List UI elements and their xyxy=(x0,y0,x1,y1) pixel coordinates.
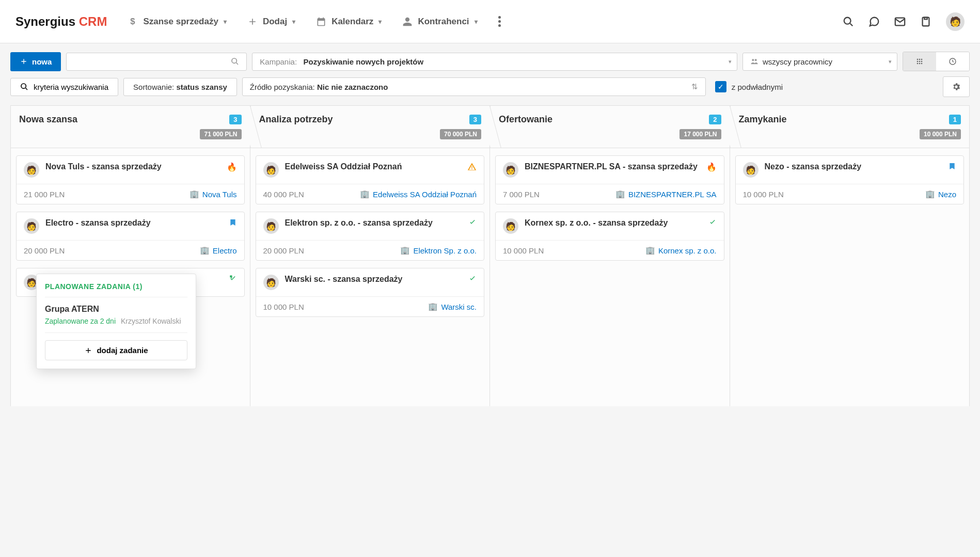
app-header: Synergius CRM $ Szanse sprzedaży ▾ Dodaj… xyxy=(0,0,980,43)
svg-point-12 xyxy=(921,61,923,62)
building-icon: 🏢 xyxy=(645,246,655,255)
nav-more[interactable] xyxy=(498,16,501,27)
column-title: Analiza potrzeby xyxy=(259,114,333,125)
popup-task-owner: Krzysztof Kowalski xyxy=(121,317,181,325)
header-actions: 🧑 xyxy=(843,12,965,31)
new-opportunity-button[interactable]: nowa xyxy=(10,52,61,71)
person-icon xyxy=(402,17,413,27)
svg-point-7 xyxy=(917,59,919,60)
opportunity-card[interactable]: 🧑 Kornex sp. z o.o. - szansa sprzedaży 1… xyxy=(495,212,724,261)
opportunity-card[interactable]: 🧑 Nova Tuls - szansa sprzedaży 🔥 21 000 … xyxy=(16,155,245,204)
card-company-link[interactable]: 🏢 Kornex sp. z o.o. xyxy=(645,246,717,255)
nav-contractors[interactable]: Kontrahenci ▾ xyxy=(402,17,477,27)
card-company-link[interactable]: 🏢 Elektron Sp. z o.o. xyxy=(400,246,477,255)
column-sum-badge: 70 000 PLN xyxy=(440,129,481,139)
opportunity-card[interactable]: 🧑 Nezo - szansa sprzedaży 10 000 PLN 🏢 N… xyxy=(735,155,965,204)
card-company-link[interactable]: 🏢 Nova Tuls xyxy=(189,189,237,199)
avatar: 🧑 xyxy=(263,162,279,178)
card-company-link[interactable]: 🏢 Warski sc. xyxy=(428,302,477,311)
search-criteria-button[interactable]: kryteria wyszukiwania xyxy=(10,78,118,96)
card-amount: 10 000 PLN xyxy=(743,190,784,199)
card-title: Edelweiss SA Oddział Poznań xyxy=(285,162,462,171)
sort-value: status szansy xyxy=(176,83,227,91)
card-company-link[interactable]: 🏢 BIZNESPARTNER.PL SA xyxy=(615,189,717,199)
clipboard-icon[interactable] xyxy=(920,16,931,27)
source-select[interactable]: Źródło pozyskania: Nic nie zaznaczono ⇅ xyxy=(242,77,706,96)
add-task-button[interactable]: dodaj zadanie xyxy=(45,340,187,360)
column-header: Ofertowanie 2 17 000 PLN xyxy=(490,105,730,148)
dollar-icon: $ xyxy=(128,17,138,27)
svg-point-17 xyxy=(21,84,26,88)
kanban-column: Analiza potrzeby 3 70 000 PLN 🧑 Edelweis… xyxy=(250,105,491,406)
chat-icon[interactable] xyxy=(868,16,880,27)
task-check-icon xyxy=(708,218,717,227)
nav-sales-opportunities[interactable]: $ Szanse sprzedaży ▾ xyxy=(128,17,227,27)
opportunity-card[interactable]: 🧑 Electro - szansa sprzedaży 20 000 PLN … xyxy=(16,212,245,261)
grid-view-button[interactable] xyxy=(903,52,936,71)
building-icon: 🏢 xyxy=(925,189,935,199)
mail-icon[interactable] xyxy=(894,16,906,27)
svg-point-13 xyxy=(917,63,919,65)
kanban-column: Nowa szansa 3 71 000 PLN 🧑 Nova Tuls - s… xyxy=(10,105,250,406)
card-company-link[interactable]: 🏢 Electro xyxy=(200,246,237,255)
bookmark-icon xyxy=(229,218,237,227)
svg-point-8 xyxy=(919,59,921,60)
avatar: 🧑 xyxy=(743,162,758,178)
nav-add[interactable]: Dodaj ▾ xyxy=(247,17,295,27)
view-toggle xyxy=(903,52,970,71)
timeline-view-button[interactable] xyxy=(936,52,969,71)
source-label: Źródło pozyskania: xyxy=(250,83,315,91)
chevron-down-icon: ▾ xyxy=(224,18,227,25)
svg-point-10 xyxy=(917,61,919,62)
search-icon[interactable] xyxy=(843,16,854,27)
search-input-wrapper[interactable] xyxy=(66,53,247,71)
column-count-badge: 2 xyxy=(709,115,721,124)
user-avatar[interactable]: 🧑 xyxy=(946,12,965,31)
svg-point-15 xyxy=(921,63,923,65)
building-icon: 🏢 xyxy=(428,302,438,311)
opportunity-card[interactable]: 🧑 Elektron sp. z o.o. - szansa sprzedaży… xyxy=(256,212,485,261)
popup-task-item[interactable]: Grupa ATERN Zaplanowane za 2 dni Krzyszt… xyxy=(45,297,187,333)
warning-icon xyxy=(467,162,477,171)
opportunity-card[interactable]: 🧑 Edelweiss SA Oddział Poznań 40 000 PLN… xyxy=(256,155,485,204)
building-icon: 🏢 xyxy=(189,189,199,199)
settings-button[interactable] xyxy=(943,76,970,97)
card-company-link[interactable]: 🏢 Edelweiss SA Oddział Poznań xyxy=(360,189,477,199)
search-input[interactable] xyxy=(74,57,231,66)
column-count-badge: 3 xyxy=(229,115,241,124)
nav-calendar[interactable]: Kalendarz ▾ xyxy=(316,17,382,27)
column-body: 🧑 Nezo - szansa sprzedaży 10 000 PLN 🏢 N… xyxy=(730,148,970,406)
opportunity-card[interactable]: 🧑 Warski sc. - szansa sprzedaży 10 000 P… xyxy=(256,268,485,317)
sort-select[interactable]: Sortowanie: status szansy xyxy=(123,78,237,96)
column-body: 🧑 BIZNESPARTNER.PL SA - szansa sprzedaży… xyxy=(490,148,730,406)
card-amount: 20 000 PLN xyxy=(263,246,304,255)
column-title: Zamykanie xyxy=(739,114,787,125)
popup-title: PLANOWANE ZADANIA (1) xyxy=(45,282,187,297)
card-title: Warski sc. - szansa sprzedaży xyxy=(285,275,463,284)
svg-point-5 xyxy=(752,59,754,61)
subordinates-checkbox-wrapper[interactable]: ✓ z podwładnymi xyxy=(711,81,783,92)
plus-icon xyxy=(247,17,258,27)
filter-toolbar: nowa Kampania: Pozyskiwanie nowych proje… xyxy=(0,43,980,97)
card-title: Nezo - szansa sprzedaży xyxy=(765,162,942,171)
svg-point-6 xyxy=(755,59,757,61)
fire-icon: 🔥 xyxy=(227,162,237,172)
column-sum-badge: 10 000 PLN xyxy=(920,129,961,139)
svg-text:$: $ xyxy=(131,17,136,26)
task-check-icon xyxy=(468,218,477,227)
card-title: BIZNESPARTNER.PL SA - szansa sprzedaży xyxy=(525,162,700,171)
card-company-link[interactable]: 🏢 Nezo xyxy=(925,189,956,199)
building-icon: 🏢 xyxy=(615,189,625,199)
opportunity-card[interactable]: 🧑 Grupa ATERN - szansa PLANOWANE ZADANIA… xyxy=(16,268,245,297)
kanban-column: Ofertowanie 2 17 000 PLN 🧑 BIZNESPARTNER… xyxy=(490,105,730,406)
svg-point-4 xyxy=(232,58,236,63)
source-value: Nic nie zaznaczono xyxy=(317,83,388,91)
employees-select[interactable]: wszyscy pracownicy xyxy=(742,53,897,71)
campaign-select[interactable]: Kampania: Pozyskiwanie nowych projektów xyxy=(252,53,737,71)
avatar: 🧑 xyxy=(263,218,279,234)
opportunity-card[interactable]: 🧑 BIZNESPARTNER.PL SA - szansa sprzedaży… xyxy=(495,155,724,204)
svg-point-1 xyxy=(844,17,851,24)
nav-label: Kontrahenci xyxy=(418,17,469,27)
fire-icon: 🔥 xyxy=(706,162,717,172)
subordinates-checkbox[interactable]: ✓ xyxy=(715,81,726,92)
